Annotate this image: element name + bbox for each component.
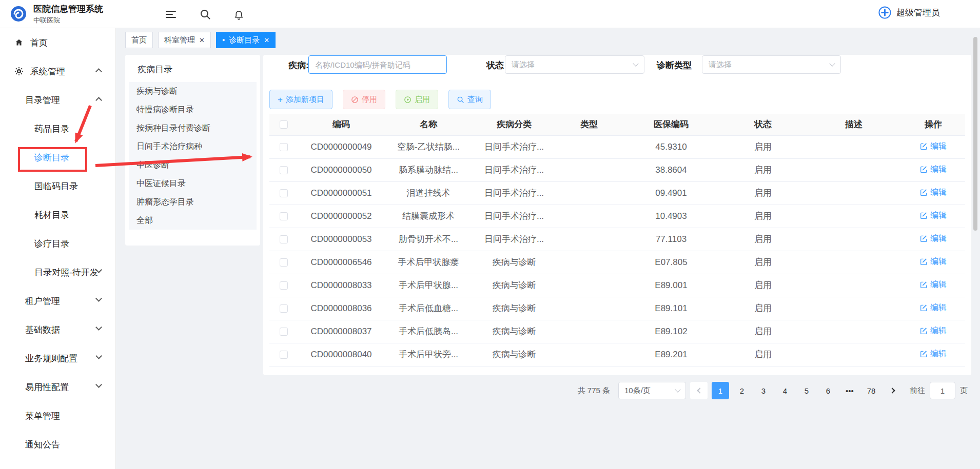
edit-label: 编辑 [930,349,947,359]
bell-icon[interactable] [231,7,246,22]
enable-button[interactable]: 启用 [396,90,438,109]
edit-button[interactable]: 编辑 [920,187,947,198]
row-checkbox[interactable] [280,166,288,174]
table-row: CD0000000053 肋骨切开术不... 日间手术治疗... 77.1103… [269,228,965,251]
disease-search-input[interactable] [308,55,447,74]
page-button-1[interactable]: 1 [712,382,729,399]
sidebar-item-consumables-catalog[interactable]: 耗材目录 [0,200,115,229]
sidebar-item-tenant-management[interactable]: 租户管理 [0,287,115,315]
prev-page-button[interactable] [690,382,708,399]
cell-status: 启用 [720,274,806,297]
sidebar-item-catalog-mapping[interactable]: 目录对照-待开发 [0,258,115,287]
circle-slash-icon [351,96,359,104]
edit-button[interactable]: 编辑 [920,256,947,267]
collapse-menu-icon[interactable] [163,7,179,22]
row-checkbox[interactable] [280,258,288,267]
row-checkbox[interactable] [280,281,288,290]
sidebar-item-treatment-catalog[interactable]: 诊疗目录 [0,229,115,258]
catalog-item-tumor-morphology[interactable]: 肿瘤形态学目录 [129,193,257,211]
edit-button[interactable]: 编辑 [920,164,947,175]
add-new-item-button[interactable]: + 添加新项目 [269,90,332,109]
catalog-item-all[interactable]: 全部 [129,211,257,230]
row-checkbox[interactable] [280,351,288,359]
sidebar-item-drug-catalog[interactable]: 药品目录 [0,114,115,143]
sidebar-item-business-rules[interactable]: 业务规则配置 [0,344,115,373]
close-icon[interactable]: ✕ [199,37,205,44]
page-button-2[interactable]: 2 [733,382,751,399]
row-checkbox[interactable] [280,189,288,197]
vertical-scrollbar[interactable] [973,37,977,231]
edit-button[interactable]: 编辑 [920,349,947,359]
sidebar-item-label: 租户管理 [25,295,60,307]
edit-button[interactable]: 编辑 [920,210,947,221]
cell-status: 启用 [720,135,806,158]
edit-button[interactable]: 编辑 [920,302,947,313]
cell-name: 泪道挂线术 [384,181,473,205]
sidebar-item-notice[interactable]: 通知公告 [0,430,115,459]
diagnosis-type-select[interactable]: 请选择 [702,55,841,74]
sidebar-item-system-management[interactable]: 系统管理 [0,57,115,86]
edit-button[interactable]: 编辑 [920,325,947,336]
table-row: CD0000008033 手术后甲状腺... 疾病与诊断 E89.001 启用 … [269,274,965,297]
cell-category: 疾病与诊断 [473,274,556,297]
chevron-down-icon [96,267,101,277]
edit-button[interactable]: 编辑 [920,141,947,152]
cell-description [806,135,901,158]
catalog-item-chronic-disease[interactable]: 特慢病诊断目录 [129,100,257,119]
cell-code: CD0000008033 [298,274,384,297]
next-page-button[interactable] [884,382,901,399]
sidebar-item-label: 目录管理 [25,94,60,106]
tab-department-management[interactable]: 科室管理 ✕ [158,32,211,48]
cell-insurance-code: 38.8604 [622,158,720,181]
catalog-item-day-surgery[interactable]: 日间手术治疗病种 [129,137,257,156]
more-pages-button[interactable]: ••• [841,382,858,399]
page-button-4[interactable]: 4 [776,382,794,399]
sidebar-item-basic-data[interactable]: 基础数据 [0,315,115,344]
page-size-select[interactable]: 10条/页 [618,382,686,399]
chevron-down-icon [96,324,101,335]
page-button-3[interactable]: 3 [755,382,772,399]
sidebar-item-usability-config[interactable]: 易用性配置 [0,373,115,401]
close-icon[interactable]: ✕ [264,37,269,44]
user-menu[interactable]: 超级管理员 [878,6,940,19]
cell-type [556,181,622,205]
cell-code: CD0000008036 [298,297,384,320]
cell-name: 肠系膜动脉结... [384,158,473,181]
edit-button[interactable]: 编辑 [920,279,947,290]
sidebar-item-home[interactable]: 首页 [0,28,115,57]
page-button-5[interactable]: 5 [798,382,815,399]
edit-icon [920,281,928,289]
catalog-item-tcm-diagnosis[interactable]: 中医诊断 [129,156,257,174]
goto-label: 前往 [910,386,925,396]
cell-code: CD0000008037 [298,320,384,343]
column-header-code: 编码 [298,114,384,135]
sidebar-item-menu-management[interactable]: 菜单管理 [0,401,115,430]
row-checkbox[interactable] [280,235,288,243]
query-button[interactable]: 查询 [448,90,491,109]
search-icon[interactable] [198,7,213,22]
row-checkbox[interactable] [280,304,288,313]
page-button-6[interactable]: 6 [819,382,837,399]
sidebar-item-diagnosis-catalog[interactable]: 诊断目录 [0,143,115,172]
catalog-item-tcm-syndrome[interactable]: 中医证候目录 [129,174,257,193]
row-checkbox[interactable] [280,328,288,336]
select-all-checkbox[interactable] [280,120,288,129]
catalog-item-disease-diagnosis[interactable]: 疾病与诊断 [129,82,257,100]
disable-button[interactable]: 停用 [343,90,385,109]
catalog-item-payment-by-disease[interactable]: 按病种目录付费诊断 [129,119,257,137]
goto-page-input[interactable] [930,382,955,399]
page-button-78[interactable]: 78 [863,382,880,399]
chevron-down-icon [633,60,638,66]
cell-name: 肋骨切开术不... [384,228,473,251]
tab-diagnosis-catalog[interactable]: ● 诊断目录 ✕ [216,32,276,48]
sidebar-item-national-code-catalog[interactable]: 国临码目录 [0,172,115,200]
tab-home[interactable]: 首页 [125,32,153,48]
total-count: 共 775 条 [578,386,610,396]
row-checkbox[interactable] [280,143,288,151]
edit-button[interactable]: 编辑 [920,233,947,244]
table-row: CD0000008036 手术后低血糖... 疾病与诊断 E89.101 启用 … [269,297,965,320]
sidebar-item-catalog-management[interactable]: 目录管理 [0,86,115,114]
status-filter-label: 状态 [486,59,504,71]
row-checkbox[interactable] [280,212,288,220]
status-select[interactable]: 请选择 [505,55,644,74]
